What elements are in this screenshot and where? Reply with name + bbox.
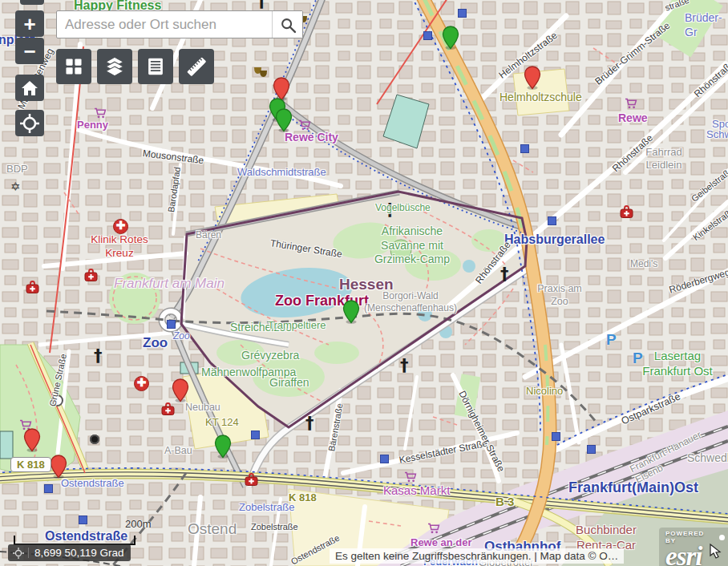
mouse-cursor [709,544,722,560]
home-button[interactable] [15,75,44,101]
road-shield-k818: K 818 [10,457,51,472]
zoom-out-button[interactable]: − [15,38,44,64]
zoom-in-button[interactable]: + [15,10,44,37]
layers-icon [102,54,127,79]
locate-icon [20,114,39,133]
coordinates-widget: 8,699 50,119 Grad [8,544,131,561]
search-box [56,10,303,38]
coordinates-value: 8,699 50,119 Grad [34,547,124,559]
map-application: ✚✚ [0,0,728,566]
search-icon [279,16,297,34]
measure-icon [184,54,209,79]
partial-toolbar-button[interactable] [20,0,44,5]
measure-button[interactable] [179,49,214,84]
crosshair-icon [13,548,24,559]
legend-icon [144,55,168,79]
search-button[interactable] [272,11,302,38]
locate-button[interactable] [15,110,44,136]
map-canvas[interactable] [0,0,728,566]
layers-button[interactable] [97,49,132,84]
basemap-gallery-button[interactable] [56,49,91,84]
legend-button[interactable] [138,49,173,84]
home-icon [21,80,38,96]
search-input[interactable] [57,11,272,38]
attribution-bar: Es gelten keine Zugriffsbeschränkungen. … [330,548,624,564]
esri-globe-dot [719,535,725,540]
scale-label: 200m [125,518,152,530]
basemap-gallery-icon [62,55,86,79]
